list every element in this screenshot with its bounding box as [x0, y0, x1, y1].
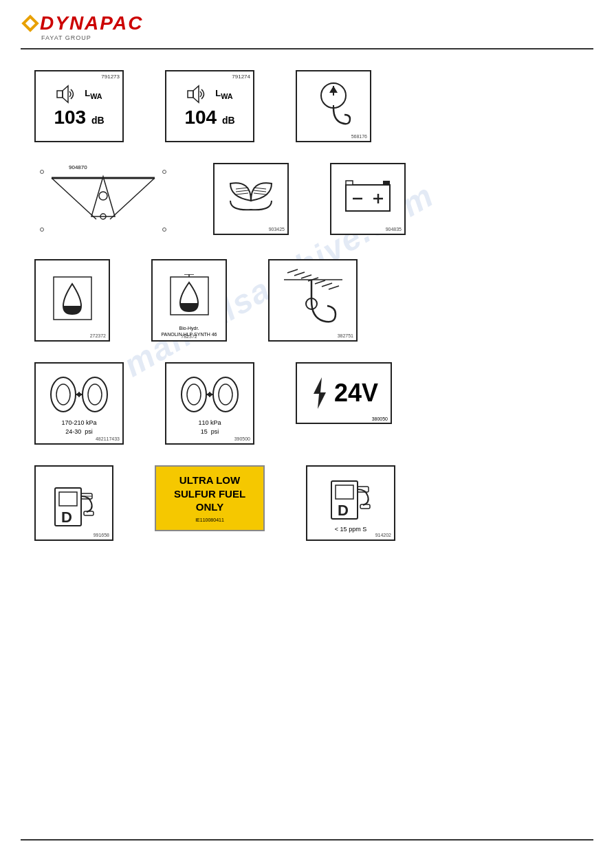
- fuel-pump-svg: D: [47, 474, 102, 533]
- tire-pressure-2-icon: 110 kPa15 psi 390500: [165, 362, 254, 445]
- fuel-pump-ppm-icon: D < 15 ppm S 914202: [306, 465, 395, 541]
- svg-rect-59: [59, 492, 77, 506]
- main-content: 791273 LWA 103 dB 791274: [0, 49, 614, 582]
- bio-fluid-svg: [164, 274, 215, 326]
- book-icon: 903425: [213, 163, 289, 235]
- tire-pressure-svg-1: [48, 370, 110, 419]
- lift-hook-icon: 568176: [296, 70, 371, 142]
- part-num-272372: 272372: [90, 333, 106, 338]
- svg-point-44: [88, 384, 102, 405]
- svg-marker-3: [63, 86, 68, 102]
- icon-row-4: 170-210 kPa24-30 psi 482117433 110 kPa15…: [34, 362, 580, 445]
- voltage-label: 24V: [334, 379, 378, 408]
- uls-line2: SULFUR FUEL ONLY: [166, 487, 254, 514]
- voltage-icon: 24V 380050: [296, 362, 392, 424]
- fluid-drop-icon: 272372: [34, 259, 110, 342]
- svg-point-49: [182, 377, 206, 412]
- svg-line-17: [236, 190, 248, 192]
- svg-marker-5: [193, 86, 199, 102]
- sound-104db-icon: 791274 LWA 104 dB: [165, 70, 254, 142]
- db-value-103: 103 dB: [54, 107, 104, 129]
- speaker-icon-2: [186, 85, 211, 104]
- svg-point-15: [99, 192, 107, 200]
- battery-svg: [340, 177, 395, 221]
- part-num-914202: 914202: [375, 533, 391, 537]
- svg-line-36: [315, 280, 325, 284]
- ppm-label: < 15 ppm S: [335, 526, 366, 533]
- company-sub: FAYAT GROUP: [41, 34, 143, 41]
- svg-line-16: [236, 188, 248, 189]
- tire-pressure-svg-2: [179, 370, 241, 419]
- svg-line-37: [322, 283, 332, 287]
- svg-rect-65: [336, 485, 353, 499]
- svg-text:D: D: [61, 509, 72, 526]
- svg-line-20: [254, 190, 266, 192]
- fuel-pump-icon: D 991658: [34, 465, 113, 541]
- part-num-791274: 791274: [232, 74, 250, 80]
- svg-marker-57: [314, 377, 326, 409]
- svg-line-21: [254, 193, 266, 194]
- svg-line-33: [294, 272, 305, 276]
- part-num-791273: 791273: [101, 74, 120, 80]
- part-num-782372: 782372: [181, 334, 197, 339]
- svg-line-11: [52, 178, 96, 219]
- part-num-482117433: 482117433: [96, 436, 120, 441]
- book-svg: [223, 177, 278, 221]
- part-num-380050: 380050: [372, 416, 388, 421]
- fluid-drop-svg: [47, 271, 98, 330]
- lightning-svg: [309, 376, 330, 410]
- svg-rect-23: [383, 181, 390, 185]
- icon-row-1: 791273 LWA 103 dB 791274: [34, 70, 580, 142]
- svg-rect-2: [57, 91, 63, 98]
- part-num-904835: 904835: [386, 227, 402, 232]
- company-name: DYNAPAC: [40, 12, 143, 34]
- svg-point-42: [56, 384, 70, 405]
- logo: DYNAPAC FAYAT GROUP: [21, 12, 143, 41]
- battery-icon: 904835: [330, 163, 406, 235]
- svg-rect-4: [188, 91, 193, 98]
- lift-diagram-svg: [38, 170, 168, 238]
- footer-divider: [21, 839, 593, 841]
- lwa-label: LWA: [85, 88, 102, 100]
- hook-cable-svg: [274, 266, 353, 335]
- hook-cable-icon: 382751: [268, 259, 358, 342]
- svg-point-48: [78, 392, 81, 396]
- bio-fluid-icon: Bio-Hydr.PANOLIN HLP SYNTH 46 782372: [151, 259, 227, 342]
- svg-point-43: [83, 377, 107, 412]
- part-num-991658: 991658: [94, 533, 109, 537]
- tire-pressure-1-label: 170-210 kPa24-30 psi: [61, 419, 96, 437]
- svg-point-41: [51, 377, 76, 412]
- tire-pressure-1-icon: 170-210 kPa24-30 psi 482117433: [34, 362, 124, 445]
- svg-marker-14: [91, 177, 115, 216]
- fuel-pump-ppm-svg: D: [323, 474, 378, 526]
- lwa-label-2: LWA: [215, 88, 232, 100]
- uls-label: ULTRA LOW SULFUR FUEL ONLY IE110080411: [155, 465, 265, 531]
- header: DYNAPAC FAYAT GROUP: [0, 0, 614, 48]
- svg-line-19: [254, 188, 266, 189]
- svg-point-50: [187, 384, 201, 405]
- uls-line1: ULTRA LOW: [166, 474, 254, 487]
- svg-line-34: [301, 275, 311, 278]
- hook-svg: [306, 80, 361, 132]
- svg-text:D: D: [338, 502, 349, 519]
- part-num-568176: 568176: [351, 134, 367, 139]
- db-value-104: 104 dB: [184, 107, 234, 129]
- part-num-903425: 903425: [269, 227, 285, 232]
- icon-row-2: 904870: [34, 163, 580, 238]
- svg-point-52: [219, 384, 232, 405]
- svg-line-38: [329, 286, 339, 289]
- svg-rect-24: [346, 181, 353, 185]
- svg-rect-22: [346, 185, 390, 211]
- part-num-382751: 382751: [338, 333, 353, 338]
- svg-point-51: [213, 377, 238, 412]
- icon-row-5: D 991658 ULTRA LOW SULFUR FUEL ONLY IE11…: [34, 465, 580, 541]
- speaker-icon: [56, 85, 80, 104]
- svg-point-56: [208, 392, 212, 396]
- part-num-390500: 390500: [234, 436, 250, 441]
- icon-row-3: 272372 Bio-Hydr.PANOLIN HLP SYNTH 46 782…: [34, 259, 580, 342]
- lifting-diagram-icon: 904870: [34, 163, 172, 238]
- sound-103db-icon: 791273 LWA 103 dB: [34, 70, 124, 142]
- svg-line-12: [110, 178, 155, 219]
- uls-part-num: IE110080411: [166, 517, 254, 523]
- svg-line-18: [236, 193, 248, 194]
